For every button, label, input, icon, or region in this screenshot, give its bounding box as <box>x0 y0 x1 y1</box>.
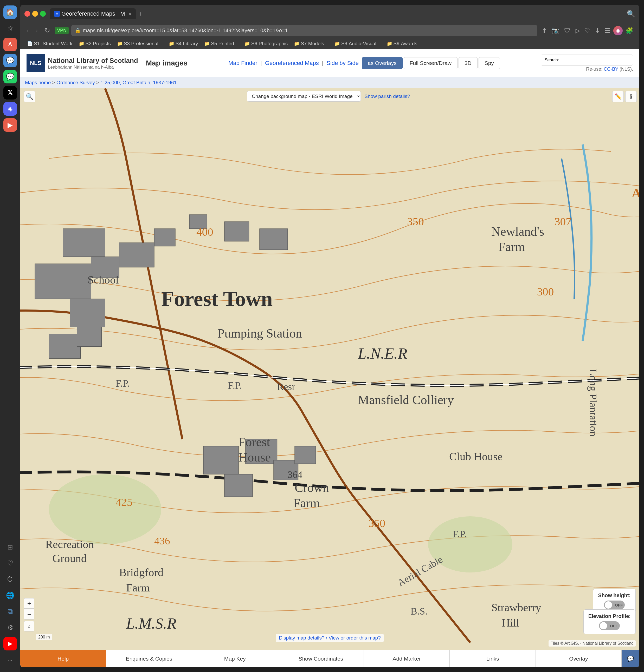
show-height-toggle[interactable]: OFF <box>604 601 625 609</box>
edit-tool-button[interactable]: ✏️ <box>612 91 624 103</box>
bookmark-s8[interactable]: 📁 S8.Audio-Visual... <box>332 40 383 48</box>
map-search-button[interactable]: 🔍 <box>24 91 35 103</box>
home-zoom-button[interactable]: ⌂ <box>24 621 34 632</box>
search-bar[interactable]: Search: <box>541 55 633 65</box>
map-key-button[interactable]: Map Key <box>192 650 278 667</box>
shields-button[interactable]: 🛡 <box>562 26 572 35</box>
search-input[interactable] <box>561 57 629 63</box>
sidebar-grid-icon[interactable]: ⊞ <box>3 540 17 554</box>
bookmark-s7-label: S7.Models... <box>301 41 328 47</box>
forward-button[interactable]: › <box>34 25 40 36</box>
breadcrumb-home[interactable]: Maps home <box>25 80 51 85</box>
sidebar-messenger-icon[interactable]: 💬 <box>3 54 17 67</box>
3d-button[interactable]: 3D <box>458 57 478 69</box>
bookmark-s9[interactable]: 📁 S9.Awards <box>384 40 420 48</box>
new-tab-button[interactable]: + <box>137 9 145 19</box>
minimize-button[interactable] <box>32 11 38 17</box>
profile-avatar[interactable]: ◉ <box>613 26 623 35</box>
play-button[interactable]: ▷ <box>573 26 582 35</box>
breadcrumb-series[interactable]: 1:25,000, Great Britain, 1937-1961 <box>101 80 177 85</box>
sidebar-home-icon[interactable]: 🏠 <box>3 5 17 19</box>
sidebar-layers-icon[interactable]: ⧉ <box>3 605 17 618</box>
sidebar-fav-icon[interactable]: ☆ <box>3 22 17 35</box>
sidebar-youtube-icon[interactable]: ▶ <box>3 637 17 650</box>
bookmark-s7[interactable]: 📁 S7.Models... <box>291 40 331 48</box>
svg-text:350: 350 <box>407 215 424 228</box>
cc-by-link[interactable]: CC-BY <box>604 67 618 72</box>
svg-text:NLS: NLS <box>30 60 42 66</box>
svg-text:F.P.: F.P. <box>228 380 242 391</box>
nls-header: NLS National Library of Scotland Leabhar… <box>20 49 639 77</box>
full-screen-draw-button[interactable]: Full Screen/Draw <box>404 57 457 69</box>
as-overlays-button[interactable]: as Overlays <box>362 57 403 69</box>
info-tool-button[interactable]: ℹ <box>625 91 637 103</box>
bottom-toolbar: Help Enquiries & Copies Map Key Show Coo… <box>20 650 639 667</box>
sidebar-whatsapp-icon[interactable]: 💬 <box>3 70 17 83</box>
maximize-button[interactable] <box>40 11 46 17</box>
add-marker-button[interactable]: Add Marker <box>364 650 450 667</box>
active-tab[interactable]: M Georeferenced Maps - M ✕ <box>50 8 136 19</box>
search-label: Search: <box>545 58 559 62</box>
map-details-link[interactable]: Display map details? / View or order thi… <box>276 634 384 642</box>
sidebar-twitter-icon[interactable]: 𝕏 <box>3 86 17 99</box>
back-button[interactable]: ‹ <box>24 25 31 36</box>
sidebar-clock-icon[interactable]: ⏱ <box>3 573 17 586</box>
elevation-profile-toggle-track[interactable]: OFF <box>599 621 620 630</box>
close-button[interactable] <box>24 11 30 17</box>
sidebar-arc-icon[interactable]: A <box>3 38 17 51</box>
extension-button[interactable]: 🧩 <box>624 26 635 35</box>
svg-text:300: 300 <box>537 286 554 298</box>
menu-button[interactable]: ☰ <box>603 26 612 35</box>
bookmark-s1-label: S1. Student Work <box>34 41 73 47</box>
overlay-button[interactable]: Overlay <box>536 650 622 667</box>
sidebar-discord-icon[interactable]: ◉ <box>3 102 17 116</box>
sidebar-deploy-icon[interactable]: ▶ <box>3 118 17 132</box>
nls-search: Search: Re-use: CC-BY (NLS). <box>541 55 633 72</box>
chat-button[interactable]: 💬 <box>622 650 639 667</box>
sidebar-settings-icon[interactable]: ⚙ <box>3 621 17 634</box>
mac-sidebar: 🏠 ☆ A 💬 💬 𝕏 ◉ ▶ ⊞ ♡ ⏱ 🌐 ⧉ ⚙ ▶ ··· <box>0 0 20 672</box>
bookmark-s1[interactable]: 📄 S1. Student Work <box>24 40 75 48</box>
show-coordinates-button[interactable]: Show Coordinates <box>278 650 364 667</box>
links-button[interactable]: Links <box>450 650 536 667</box>
sidebar-dots-icon[interactable]: ··· <box>3 653 17 667</box>
url-bar[interactable]: 🔒 maps.nls.uk/geo/explore/#zoom=15.0&lat… <box>71 25 537 36</box>
show-parish-button[interactable]: Show parish details? <box>362 92 412 101</box>
svg-text:F.P.: F.P. <box>116 377 130 388</box>
elevation-profile-toggle-thumb <box>600 622 607 629</box>
bookmark-s6[interactable]: 📁 S6.Photographic <box>242 40 291 48</box>
breadcrumb-ordnance[interactable]: Ordnance Survey <box>57 80 95 85</box>
help-button[interactable]: Help <box>20 650 106 667</box>
zoom-out-button[interactable]: − <box>24 609 34 620</box>
share-button[interactable]: ⬆ <box>540 26 549 35</box>
map-container[interactable]: L.N.E.R <box>20 88 639 650</box>
sidebar-heart-icon[interactable]: ♡ <box>3 556 17 570</box>
svg-text:Hill: Hill <box>502 617 519 629</box>
bookmark-s1-icon: 📄 <box>27 41 33 47</box>
title-search-icon[interactable]: 🔍 <box>627 10 635 18</box>
tab-close-button[interactable]: ✕ <box>128 11 132 16</box>
svg-rect-4 <box>63 229 105 257</box>
side-by-side-link[interactable]: Side by Side <box>326 60 359 67</box>
zoom-in-button[interactable]: + <box>24 598 34 609</box>
map-finder-link[interactable]: Map Finder <box>229 60 257 67</box>
bookmark-s5[interactable]: 📁 S5.Printed... <box>202 40 241 48</box>
camera-button[interactable]: 📷 <box>550 26 561 35</box>
spy-button[interactable]: Spy <box>479 57 500 69</box>
bookmark-s3[interactable]: 📁 S3.Professional... <box>115 40 165 48</box>
background-map-select[interactable]: Change background map - ESRI World Image <box>247 91 361 101</box>
svg-text:Club House: Club House <box>449 450 503 463</box>
georef-maps-link[interactable]: Georeferenced Maps <box>265 60 319 67</box>
sidebar-globe-icon[interactable]: 🌐 <box>3 589 17 602</box>
svg-rect-15 <box>203 446 238 474</box>
bookmark-s4[interactable]: 📁 S4.Library <box>166 40 201 48</box>
elevation-profile-widget: Elevation Profile: OFF <box>583 609 636 634</box>
bookmark-s2[interactable]: 📁 S2.Projects <box>76 40 114 48</box>
nls-org-name: National Library of Scotland <box>48 57 138 65</box>
elevation-profile-toggle[interactable]: OFF <box>599 621 620 630</box>
refresh-button[interactable]: ↻ <box>43 25 52 36</box>
download-button[interactable]: ⬇ <box>593 26 602 35</box>
show-height-toggle-track[interactable]: OFF <box>604 601 625 609</box>
enquiries-button[interactable]: Enquiries & Copies <box>106 650 192 667</box>
heart-button[interactable]: ♡ <box>583 26 592 35</box>
